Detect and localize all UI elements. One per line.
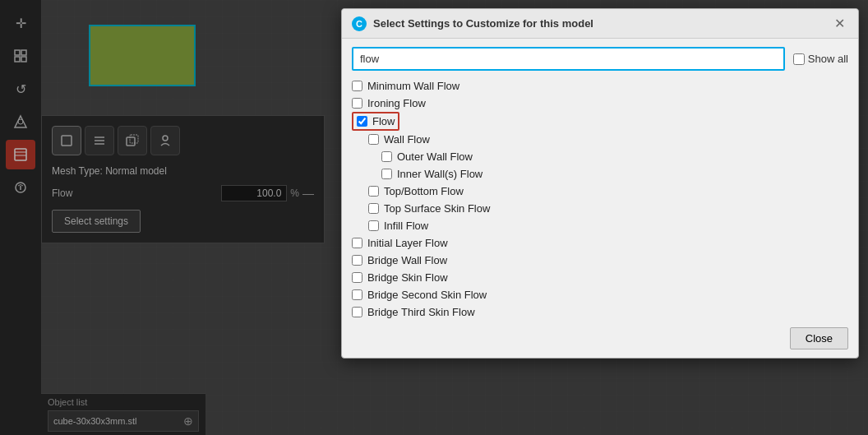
list-item: Minimum Wall Flow	[352, 77, 848, 95]
list-item: Ironing Flow	[352, 95, 848, 112]
setting-label: Outer Wall Flow	[397, 150, 473, 163]
setting-checkbox-min-wall-flow[interactable]	[352, 81, 362, 91]
modal-title: Select Settings to Customize for this mo…	[373, 17, 831, 30]
setting-label: Top Surface Skin Flow	[384, 202, 490, 215]
modal-search-area: Show all	[352, 47, 848, 71]
setting-checkbox-infill-flow[interactable]	[368, 220, 379, 231]
setting-checkbox-ironing-flow[interactable]	[352, 98, 362, 109]
setting-checkbox-inner-wall-flow[interactable]	[381, 169, 392, 179]
select-settings-modal: C Select Settings to Customize for this …	[341, 8, 859, 359]
setting-label: Bridge Third Skin Flow	[367, 306, 475, 318]
list-item: Bridge Third Skin Flow	[352, 303, 848, 321]
setting-checkbox-bridge-skin-flow[interactable]	[352, 272, 362, 283]
setting-label: Top/Bottom Flow	[384, 185, 464, 197]
show-all-checkbox[interactable]	[793, 53, 805, 65]
search-input[interactable]	[352, 47, 785, 71]
setting-label: Wall Flow	[384, 133, 430, 146]
setting-label: Ironing Flow	[367, 97, 426, 109]
show-all-area: Show all	[793, 53, 848, 65]
list-item: Wall Flow	[352, 131, 848, 148]
modal-footer: Close	[342, 321, 858, 349]
setting-checkbox-wall-flow[interactable]	[368, 134, 379, 145]
list-item: Infill Flow	[352, 217, 848, 234]
setting-label: Minimum Wall Flow	[367, 80, 459, 92]
flow-highlight-item: Flow	[352, 112, 399, 131]
setting-checkbox-top-surface-skin-flow[interactable]	[368, 203, 379, 214]
setting-checkbox-bridge-second-skin-flow[interactable]	[352, 289, 362, 300]
list-item: Bridge Wall Flow	[352, 252, 848, 269]
app-icon: C	[352, 16, 367, 31]
setting-checkbox-top-bottom-flow[interactable]	[368, 186, 379, 197]
list-item: Bridge Second Skin Flow	[352, 286, 848, 303]
modal-close-btn[interactable]: Close	[790, 327, 848, 349]
list-item: Inner Wall(s) Flow	[352, 165, 848, 183]
list-item: Initial Layer Flow	[352, 234, 848, 252]
setting-label: Bridge Second Skin Flow	[367, 289, 487, 301]
setting-checkbox-bridge-wall-flow[interactable]	[352, 255, 362, 266]
show-all-label[interactable]: Show all	[808, 53, 848, 65]
modal-header: C Select Settings to Customize for this …	[342, 9, 858, 39]
setting-label: Flow	[372, 115, 395, 127]
settings-list: Minimum Wall Flow Ironing Flow Flow Wall…	[342, 77, 858, 321]
setting-label: Inner Wall(s) Flow	[397, 168, 482, 180]
list-item: Outer Wall Flow	[352, 148, 848, 165]
list-item: Top Surface Skin Flow	[352, 200, 848, 217]
setting-checkbox-outer-wall-flow[interactable]	[381, 151, 392, 162]
modal-close-button[interactable]: ✕	[831, 16, 848, 31]
setting-label: Initial Layer Flow	[367, 237, 448, 249]
setting-checkbox-bridge-third-skin-flow[interactable]	[352, 307, 362, 317]
setting-checkbox-flow[interactable]	[357, 116, 367, 127]
setting-checkbox-initial-layer-flow[interactable]	[352, 238, 362, 248]
list-item: Bridge Skin Flow	[352, 269, 848, 286]
setting-label: Bridge Skin Flow	[367, 271, 448, 284]
setting-label: Infill Flow	[384, 220, 428, 232]
setting-label: Bridge Wall Flow	[367, 254, 447, 266]
list-item: Top/Bottom Flow	[352, 183, 848, 200]
